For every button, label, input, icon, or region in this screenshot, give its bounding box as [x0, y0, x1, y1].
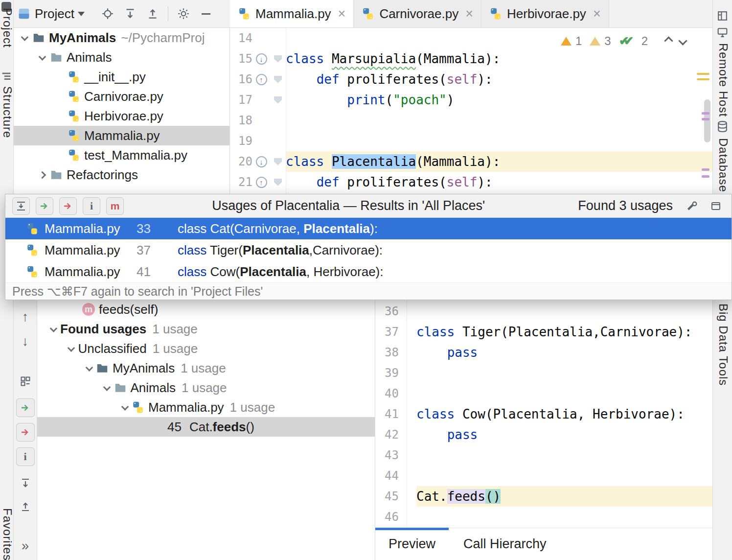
preview-editor[interactable]: 3637class Tiger(Placentalia,Carnivorae):… — [375, 300, 712, 528]
navigate-up-icon[interactable]: ↑ — [16, 307, 35, 326]
structure-icon[interactable] — [1, 71, 11, 81]
editor-line[interactable]: 42 pass — [375, 424, 712, 445]
editor-line[interactable]: 44 — [375, 466, 712, 486]
merge-usages-icon[interactable]: m — [106, 197, 124, 215]
previous-problem-icon[interactable] — [664, 36, 673, 45]
stripe-button-database[interactable]: Database — [716, 138, 730, 192]
locate-file-icon[interactable] — [100, 6, 115, 21]
tab-herbivorae-py[interactable]: Herbivorae.py× — [481, 0, 609, 27]
tree-item-mammalia-py[interactable]: Mammalia.py — [14, 126, 229, 145]
open-in-find-window-icon[interactable] — [12, 197, 30, 215]
overriding-marker-icon[interactable]: ↑ — [252, 177, 270, 188]
collapse-all-icon[interactable] — [145, 6, 160, 21]
usage-row[interactable]: Mammalia.py41class Cow(Placentalia, Herb… — [5, 261, 732, 282]
write-access-icon[interactable] — [16, 423, 35, 442]
more-options-icon[interactable]: » — [16, 537, 35, 555]
editor-top[interactable]: 1415↓class Marsupialia(Mammalia):16↑ def… — [230, 28, 712, 194]
read-access-icon[interactable] — [36, 197, 53, 215]
warning-icon[interactable] — [561, 37, 572, 46]
tree-item-herbivorae-py[interactable]: Herbivorae.py — [14, 106, 229, 126]
stripe-button-structure[interactable]: Structure — [0, 86, 14, 138]
remote-host-icon[interactable] — [716, 26, 729, 39]
usages-tree-row[interactable]: 45Cat.feeds() — [37, 417, 375, 437]
tab-carnivorae-py[interactable]: Carnivorae.py× — [354, 0, 481, 27]
tree-item-test-mammalia-py[interactable]: test_Mammalia.py — [14, 145, 229, 165]
usage-row[interactable]: Mammalia.py37class Tiger(Placentalia,Car… — [5, 239, 732, 261]
usages-tree-row[interactable]: Mammalia.py1 usage — [37, 397, 375, 417]
tab-mammalia-py[interactable]: Mammalia.py× — [230, 0, 354, 27]
usages-tree-row[interactable]: Animals1 usage — [37, 378, 375, 397]
editor-line[interactable]: 38 pass — [375, 342, 712, 363]
collapse-all-icon[interactable] — [16, 497, 35, 516]
editor-line[interactable]: 16↑ def proliferates(self): — [230, 69, 712, 90]
overridden-marker-icon[interactable]: ↓ — [252, 53, 270, 65]
tree-item-carnivorae-py[interactable]: Carnivorae.py — [14, 87, 229, 106]
editor-line[interactable]: 45Cat.feeds() — [375, 486, 712, 507]
editor-line[interactable]: 39 — [375, 363, 712, 383]
navigate-down-icon[interactable]: ↓ — [16, 332, 35, 350]
editor-line[interactable]: 36 — [375, 301, 712, 322]
tree-item-myanimals[interactable]: MyAnimals~/PycharmProj — [14, 28, 229, 47]
editor-line[interactable]: 37class Tiger(Placentalia,Carnivorae): — [375, 322, 712, 342]
editor-line[interactable]: 15↓class Marsupialia(Mammalia): — [230, 48, 712, 69]
usages-tree-row[interactable]: mfeeds(self) — [37, 300, 375, 319]
editor-line[interactable]: 19 — [230, 131, 712, 151]
chevron-down-slot[interactable] — [35, 55, 49, 60]
usages-tree-row[interactable]: Found usages1 usage — [37, 319, 375, 339]
editor-line[interactable]: 20↓class Placentalia(Mammalia): — [230, 151, 712, 172]
settings-wrench-icon[interactable] — [684, 197, 701, 215]
tree-item-animals[interactable]: Animals — [14, 47, 229, 67]
close-icon[interactable]: × — [465, 6, 473, 22]
editor-line[interactable]: 43 — [375, 445, 712, 466]
editor-line[interactable]: 17 print("poach") — [230, 90, 712, 110]
no-errors-icon[interactable]: ✔✔ — [619, 34, 638, 48]
open-in-new-window-icon[interactable] — [707, 197, 725, 215]
project-view-dropdown[interactable]: Project — [35, 6, 74, 22]
write-access-icon[interactable] — [59, 197, 77, 215]
info-icon[interactable]: i — [16, 447, 35, 466]
stripe-icon[interactable] — [716, 10, 729, 22]
database-icon[interactable] — [716, 120, 729, 133]
expand-all-icon[interactable] — [123, 6, 137, 21]
editor-line[interactable]: 21↑ def proliferates(self): — [230, 172, 712, 192]
tree-item-refactorings[interactable]: Refactorings — [14, 165, 229, 185]
stripe-button-favorites[interactable]: Favorites — [0, 508, 14, 560]
usage-row[interactable]: Mammalia.py33class Cat(Carnivorae, Place… — [5, 218, 732, 239]
usages-tree-row[interactable]: Unclassified1 usage — [37, 339, 375, 358]
weak-warning-icon[interactable] — [590, 37, 600, 46]
close-icon[interactable]: × — [338, 6, 346, 22]
scrollbar-thumb[interactable] — [704, 99, 710, 142]
editor-line[interactable]: 46 — [375, 507, 712, 527]
overridden-marker-icon[interactable]: ↓ — [252, 156, 270, 167]
usages-tree-row[interactable]: MyAnimals1 usage — [37, 358, 375, 378]
editor-line[interactable]: 40 — [375, 383, 712, 404]
expand-all-icon[interactable] — [16, 474, 35, 492]
editor-line[interactable]: 41class Cow(Placentalia, Herbivorae): — [375, 404, 712, 424]
chevron-down-slot[interactable] — [118, 405, 132, 410]
chevron-right-slot[interactable] — [35, 172, 49, 178]
fold-indicator-icon[interactable] — [270, 76, 286, 83]
hide-panel-icon[interactable] — [199, 6, 213, 21]
tree-item-init-py[interactable]: __init__.py — [14, 67, 229, 87]
editor-line[interactable]: 18 — [230, 110, 712, 131]
tab-preview[interactable]: Preview — [375, 528, 449, 560]
read-access-icon[interactable] — [16, 398, 35, 417]
info-icon[interactable]: i — [83, 197, 100, 215]
caret-down-icon[interactable] — [78, 12, 85, 16]
chevron-down-slot[interactable] — [100, 385, 114, 391]
stripe-button-project[interactable]: Project — [0, 8, 14, 48]
group-by-icon[interactable] — [16, 372, 35, 391]
next-problem-icon[interactable] — [678, 36, 687, 45]
chevron-down-slot[interactable] — [18, 35, 31, 41]
chevron-down-slot[interactable] — [65, 346, 78, 351]
fold-indicator-icon[interactable] — [270, 158, 286, 165]
close-icon[interactable]: × — [593, 6, 601, 22]
fold-indicator-icon[interactable] — [270, 179, 286, 186]
fold-indicator-icon[interactable] — [270, 96, 286, 104]
stripe-button-remote-host[interactable]: Remote Host — [716, 43, 730, 117]
settings-gear-icon[interactable] — [176, 6, 191, 21]
overriding-marker-icon[interactable]: ↑ — [252, 74, 270, 85]
stripe-button-big-data-tools[interactable]: Big Data Tools — [716, 303, 730, 386]
fold-indicator-icon[interactable] — [270, 55, 286, 63]
tab-call-hierarchy[interactable]: Call Hierarchy — [449, 528, 561, 560]
